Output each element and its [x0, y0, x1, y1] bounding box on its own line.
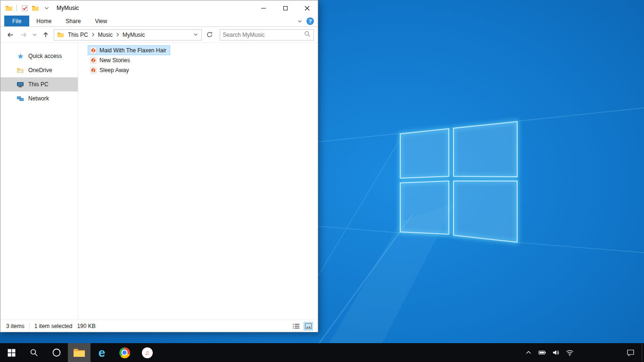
file-name: Sleep Away — [99, 67, 129, 74]
file-row[interactable]: Maid With The Flaxen Hair — [88, 45, 170, 55]
file-row[interactable]: Sleep Away — [88, 65, 133, 75]
volume-icon[interactable] — [552, 343, 560, 362]
onedrive-cloud-icon — [17, 66, 24, 74]
sidebar-item-onedrive[interactable]: OneDrive — [0, 63, 78, 77]
status-selection: 1 item selected — [34, 323, 73, 329]
explorer-window: MyMusic File Home Share View ? — [0, 0, 318, 332]
details-view-button[interactable] — [291, 322, 301, 330]
show-desktop-button[interactable] — [642, 343, 644, 362]
titlebar[interactable]: MyMusic — [0, 0, 318, 16]
window-body: Quick access OneDrive This PC Network — [0, 43, 318, 320]
sidebar-item-label: This PC — [28, 81, 49, 88]
chrome-icon — [119, 347, 130, 358]
taskbar: e ♫ — [0, 343, 644, 362]
taskbar-file-explorer-button[interactable] — [68, 343, 91, 362]
status-items-count: 3 items — [6, 323, 25, 329]
breadcrumb-chevron-icon[interactable] — [91, 32, 95, 38]
sidebar-item-label: Network — [28, 95, 49, 102]
internet-explorer-icon: e — [99, 346, 105, 359]
itunes-icon: ♫ — [142, 347, 153, 358]
audio-file-icon — [90, 66, 97, 74]
internet-explorer-button[interactable]: e — [91, 343, 113, 362]
status-selection-size: 190 KB — [77, 323, 95, 329]
address-toolbar: This PC Music MyMusic — [0, 27, 318, 43]
sidebar-item-this-pc[interactable]: This PC — [0, 77, 78, 91]
sidebar-item-network[interactable]: Network — [0, 91, 78, 106]
sidebar-item-quick-access[interactable]: Quick access — [0, 49, 78, 63]
file-row[interactable]: New Stories — [88, 55, 134, 65]
help-button[interactable]: ? — [306, 17, 314, 25]
star-icon — [17, 52, 24, 60]
close-icon — [305, 6, 310, 11]
itunes-button[interactable]: ♫ — [136, 343, 158, 362]
refresh-icon[interactable] — [205, 29, 215, 41]
status-bar: 3 items 1 item selected 190 KB — [0, 320, 318, 332]
view-toggle-group — [291, 322, 313, 330]
hidden-icons-chevron-icon[interactable] — [524, 343, 533, 362]
chrome-button[interactable] — [113, 343, 136, 362]
tab-view[interactable]: View — [88, 16, 114, 26]
audio-file-icon — [90, 47, 97, 54]
network-icon — [17, 95, 24, 102]
back-icon[interactable] — [5, 29, 16, 41]
windows-logo-icon — [8, 349, 16, 357]
search-box — [220, 29, 314, 41]
address-dropdown-chevron-icon[interactable] — [192, 33, 199, 36]
breadcrumb-mymusic[interactable]: MyMusic — [122, 32, 146, 38]
forward-icon[interactable] — [18, 29, 29, 41]
close-button[interactable] — [296, 0, 318, 16]
maximize-button[interactable] — [274, 0, 296, 16]
ribbon-tab-strip: File Home Share View ? — [0, 16, 318, 27]
ribbon-right-controls: ? — [297, 16, 318, 26]
qat-new-folder-icon[interactable] — [32, 4, 39, 12]
system-tray — [524, 343, 574, 362]
tab-file[interactable]: File — [4, 16, 29, 26]
status-separator — [29, 323, 30, 329]
breadcrumb-chevron-icon[interactable] — [116, 32, 119, 38]
minimize-icon — [261, 8, 266, 8]
wifi-icon[interactable] — [565, 343, 574, 362]
sidebar-item-label: OneDrive — [28, 67, 52, 74]
cortana-button[interactable] — [45, 343, 68, 362]
cortana-icon — [52, 348, 61, 357]
breadcrumb-music[interactable]: Music — [97, 32, 114, 38]
navigation-pane: Quick access OneDrive This PC Network — [0, 43, 78, 320]
audio-file-icon — [90, 57, 97, 64]
search-icon[interactable] — [304, 31, 311, 39]
start-button[interactable] — [0, 343, 23, 362]
tab-share[interactable]: Share — [58, 16, 88, 26]
titlebar-separator — [17, 5, 17, 11]
sidebar-item-label: Quick access — [28, 53, 62, 59]
search-icon — [30, 348, 38, 357]
thumbnail-view-button[interactable] — [304, 322, 313, 330]
action-center-icon — [627, 349, 635, 356]
computer-icon — [17, 81, 24, 88]
qat-customize-chevron-icon[interactable] — [44, 7, 49, 10]
taskbar-buttons: e ♫ — [0, 343, 158, 362]
window-folder-icon — [5, 4, 13, 12]
battery-icon[interactable] — [538, 343, 546, 362]
window-title: MyMusic — [57, 5, 79, 11]
tab-home[interactable]: Home — [29, 16, 58, 26]
window-controls — [253, 0, 318, 16]
address-bar[interactable]: This PC Music MyMusic — [54, 29, 202, 41]
ribbon-expand-chevron-icon[interactable] — [297, 18, 302, 25]
recent-locations-chevron-icon[interactable] — [31, 29, 38, 41]
search-input[interactable] — [223, 32, 304, 38]
minimize-button[interactable] — [253, 0, 274, 16]
file-name: Maid With The Flaxen Hair — [99, 47, 166, 54]
quick-access-toolbar — [21, 4, 49, 12]
breadcrumb-this-pc[interactable]: This PC — [67, 32, 89, 38]
action-center-button[interactable] — [621, 343, 639, 362]
qat-properties-icon[interactable] — [21, 4, 28, 12]
taskbar-search-button[interactable] — [23, 343, 45, 362]
maximize-icon — [283, 6, 288, 10]
address-folder-icon — [57, 31, 65, 39]
file-name: New Stories — [99, 57, 130, 64]
up-icon[interactable] — [41, 29, 51, 41]
file-list[interactable]: Maid With The Flaxen Hair New Stories Sl… — [78, 43, 318, 320]
file-explorer-icon — [73, 348, 85, 358]
